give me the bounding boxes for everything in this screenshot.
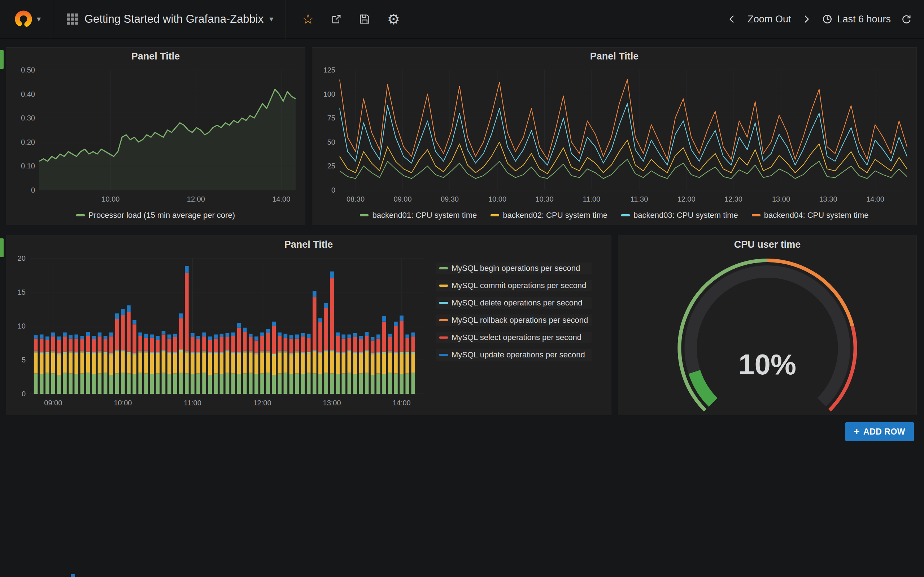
mysql-operations-chart[interactable]: 09:0010:0011:0012:0013:0014:0005101520 — [9, 253, 431, 410]
add-row-button[interactable]: + ADD ROW — [845, 422, 914, 441]
legend-item[interactable]: backend03: CPU system time — [621, 211, 738, 220]
legend-label: MySQL rollback operations per second — [452, 316, 588, 325]
share-button[interactable] — [331, 13, 342, 25]
star-button[interactable]: ☆ — [302, 12, 314, 26]
svg-text:12:30: 12:30 — [724, 195, 743, 203]
chevron-left-icon — [727, 14, 737, 24]
grafana-logo-button[interactable]: ▾ — [0, 0, 54, 39]
dashboard-title-button[interactable]: Getting Started with Grafana-Zabbix ▾ — [54, 0, 286, 39]
svg-text:100: 100 — [323, 90, 335, 98]
panel-cpu-system-time: Panel Title 08:3009:0009:3010:0010:3011:… — [312, 47, 917, 225]
svg-text:11:00: 11:00 — [184, 399, 201, 407]
legend-label: MySQL update operations per second — [452, 350, 585, 359]
cpu-user-time-gauge: 10% — [621, 253, 914, 412]
legend-label: backend03: CPU system time — [633, 211, 738, 220]
cpu-system-time-chart[interactable]: 08:3009:0009:3010:0010:3011:0011:3012:00… — [315, 65, 914, 206]
refresh-icon — [901, 14, 912, 24]
svg-text:10:00: 10:00 — [114, 399, 132, 407]
legend-swatch — [76, 214, 85, 216]
svg-text:13:00: 13:00 — [323, 399, 341, 407]
refresh-button[interactable] — [901, 14, 912, 24]
svg-text:11:30: 11:30 — [630, 195, 648, 203]
grafana-logo-icon — [13, 9, 34, 29]
panel-mysql-operations: Panel Title 09:0010:0011:0012:0013:0014:… — [6, 235, 611, 415]
row-toggle-handle[interactable] — [0, 239, 3, 257]
svg-text:0.10: 0.10 — [21, 162, 35, 170]
legend-item[interactable]: backend04: CPU system time — [752, 211, 869, 220]
legend-label: backend02: CPU system time — [503, 211, 607, 220]
svg-text:5: 5 — [22, 356, 26, 364]
svg-text:20: 20 — [18, 254, 26, 262]
legend-label: MySQL commit operations per second — [452, 281, 586, 290]
dashboard-grid-icon — [66, 13, 79, 25]
panel-title[interactable]: Panel Title — [6, 236, 611, 253]
legend-swatch — [439, 337, 448, 338]
legend-item[interactable]: MySQL delete operations per second — [436, 297, 591, 309]
svg-text:50: 50 — [327, 138, 335, 146]
time-range-label: Last 6 hours — [837, 14, 891, 25]
svg-text:09:30: 09:30 — [441, 195, 459, 203]
legend-item[interactable]: MySQL begin operations per second — [436, 263, 591, 274]
svg-text:0.20: 0.20 — [21, 138, 35, 146]
legend-item[interactable]: MySQL commit operations per second — [436, 280, 591, 292]
chart-legend: MySQL begin operations per secondMySQL c… — [436, 263, 591, 361]
row-toggle-handle[interactable] — [0, 50, 3, 69]
svg-text:25: 25 — [327, 162, 335, 170]
legend-item[interactable]: Processor load (15 min average per core) — [76, 211, 235, 220]
svg-text:0: 0 — [331, 186, 335, 194]
legend-item[interactable]: MySQL rollback operations per second — [436, 314, 591, 326]
legend-swatch — [439, 267, 448, 269]
svg-text:12:00: 12:00 — [187, 195, 205, 203]
caret-down-icon: ▾ — [269, 15, 273, 23]
svg-text:125: 125 — [323, 66, 335, 74]
legend-swatch — [491, 214, 499, 216]
legend-item[interactable]: MySQL update operations per second — [436, 349, 591, 361]
plus-icon: + — [854, 426, 860, 437]
processor-load-chart[interactable]: 10:0012:0014:0000.100.200.300.400.50 — [9, 65, 302, 206]
navbar-actions: ☆ ⚙ — [286, 12, 400, 26]
time-shift-forward-button[interactable] — [801, 14, 812, 24]
svg-text:0: 0 — [31, 186, 35, 194]
panel-title[interactable]: Panel Title — [312, 48, 916, 65]
svg-text:13:00: 13:00 — [772, 195, 790, 203]
share-icon — [331, 13, 342, 25]
legend-swatch — [439, 302, 448, 304]
legend-label: MySQL select operations per second — [452, 333, 582, 342]
svg-text:0.30: 0.30 — [21, 114, 35, 122]
chart-legend: Processor load (15 min average per core) — [6, 208, 305, 222]
legend-item[interactable]: backend01: CPU system time — [360, 211, 477, 220]
zoom-out-button[interactable]: Zoom Out — [748, 14, 791, 25]
legend-label: Processor load (15 min average per core) — [89, 211, 235, 220]
svg-text:75: 75 — [327, 114, 335, 122]
star-icon: ☆ — [302, 12, 314, 26]
legend-label: MySQL begin operations per second — [452, 264, 580, 273]
panel-title[interactable]: CPU user time — [618, 236, 916, 253]
svg-text:14:00: 14:00 — [393, 399, 411, 407]
panel-title[interactable]: Panel Title — [6, 48, 305, 65]
navbar-time-controls: Zoom Out Last 6 hours — [727, 14, 924, 25]
clock-icon — [822, 14, 833, 24]
svg-text:11:00: 11:00 — [583, 195, 601, 203]
svg-text:12:00: 12:00 — [253, 399, 271, 407]
dashboard-title: Getting Started with Grafana-Zabbix — [84, 13, 263, 26]
gear-icon: ⚙ — [387, 12, 400, 26]
svg-text:0: 0 — [22, 390, 26, 398]
legend-item[interactable]: backend02: CPU system time — [491, 211, 607, 220]
navbar: ▾ Getting Started with Grafana-Zabbix ▾ … — [0, 0, 924, 39]
svg-text:13:30: 13:30 — [819, 195, 837, 203]
legend-item[interactable]: MySQL select operations per second — [436, 332, 591, 343]
panel-processor-load: Panel Title 10:0012:0014:0000.100.200.30… — [6, 47, 305, 225]
time-shift-back-button[interactable] — [727, 14, 737, 24]
bottom-left-blue-artifact — [71, 574, 75, 577]
svg-text:10:30: 10:30 — [535, 195, 553, 203]
svg-text:09:00: 09:00 — [44, 399, 62, 407]
svg-text:10:00: 10:00 — [102, 195, 120, 203]
save-button[interactable] — [359, 13, 370, 25]
add-row-label: ADD ROW — [863, 427, 905, 437]
settings-button[interactable]: ⚙ — [387, 12, 400, 26]
chart-legend: backend01: CPU system timebackend02: CPU… — [312, 208, 916, 222]
time-range-button[interactable]: Last 6 hours — [822, 14, 891, 25]
legend-label: backend04: CPU system time — [764, 211, 869, 220]
svg-text:15: 15 — [18, 288, 26, 296]
svg-text:0.40: 0.40 — [21, 90, 35, 98]
